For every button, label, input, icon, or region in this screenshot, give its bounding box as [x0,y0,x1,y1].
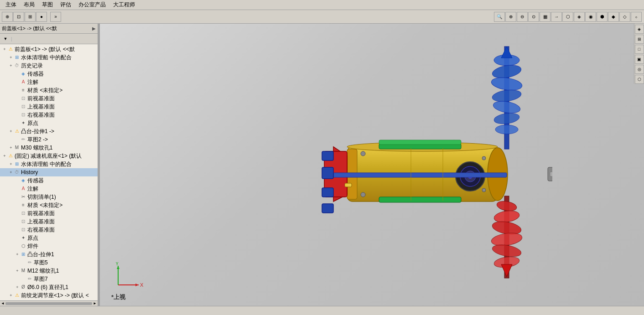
toolbar-left-btn-1[interactable]: ⊡ [13,12,24,22]
right-toolbar-btn-2[interactable]: □ [635,45,644,54]
tree-item[interactable]: ◈传感器 [0,70,98,78]
menu-item-草图[interactable]: 草图 [38,0,57,10]
tree-item[interactable]: +ØØ6.0 (6) 直径孔1 [0,283,98,291]
svg-marker-45 [135,284,139,286]
menu-item-办公室产品[interactable]: 办公室产品 [75,0,109,10]
toolbar-left-btn-2[interactable]: ⊞ [25,12,36,22]
tree-item[interactable]: +⊞水体清理船 中的配合 [0,53,98,62]
panel-collapse-arrow[interactable]: ▶ [92,26,96,31]
tree-item[interactable]: +⚠(固定) 减速机底座<1> (默认 [0,152,98,160]
toolbar-right-btn-1[interactable]: ⊕ [505,12,516,22]
tree-expand-12[interactable]: + [8,145,14,150]
svg-point-20 [493,112,520,125]
tree-item[interactable]: ≡材质 <未指定> [0,86,98,94]
tree-icon-21: ⊡ [20,218,26,225]
menu-item-大工程师[interactable]: 大工程师 [109,0,139,10]
tree-item[interactable]: +⏱历史记录 [0,62,98,70]
tree-item[interactable]: ✂切割清单(1) [0,193,98,201]
toolbar-right-btn-9[interactable]: ⬢ [597,12,608,22]
menu-item-评估[interactable]: 评估 [57,0,75,10]
menu-item-布局[interactable]: 布局 [20,0,38,10]
tree-item[interactable]: ◈传感器 [0,176,98,185]
toolbar-right-btn-8[interactable]: ◉ [585,12,596,22]
filter-button[interactable]: ▼ [1,35,10,43]
tree-expand-15[interactable]: + [8,170,14,175]
toolbar-right-btn-3[interactable]: ⊙ [528,12,539,22]
tree-container[interactable]: +⚠前盖板<1> -> (默认 <<默+⊞水体清理船 中的配合+⏱历史记录 ◈传… [0,44,98,300]
toolbar-right-btn-11[interactable]: ◇ [619,12,630,22]
tree-icon-10: ⚠ [14,128,20,134]
tree-item[interactable]: ✦原点 [0,234,98,242]
toolbar-right-btn-7[interactable]: ◈ [574,12,585,22]
svg-point-18 [491,88,522,103]
toolbar-right-btn-10[interactable]: ◆ [608,12,619,22]
tree-item[interactable]: +⊞凸台-拉伸1 [0,250,98,258]
tree-expand-27[interactable]: + [15,268,20,274]
viewport[interactable]: X Y *上视 [100,24,644,306]
toolbar-right-btn-6[interactable]: ⬡ [562,12,573,22]
tree-icon-0: ⚠ [7,46,14,52]
tree-icon-29: Ø [20,284,26,290]
tree-item[interactable]: +⚠凸台-拉伸1 -> [0,127,98,135]
right-toolbar-btn-1[interactable]: ⊞ [635,35,644,44]
tree-item[interactable]: ⊡上视基准面 [0,103,98,111]
tree-expand-13[interactable]: + [2,153,7,159]
tree-item[interactable]: ✏草图7 [0,275,98,283]
svg-point-16 [491,63,522,80]
tree-item[interactable]: ≡材质 <未指定> [0,201,98,209]
tree-item[interactable]: +⏱History [0,168,98,176]
status-bar [0,306,644,315]
tree-item[interactable]: +⚠前绞龙调节座<1> -> (默认 < [0,291,98,300]
tree-expand-1[interactable]: + [8,55,14,60]
tree-label-9: 原点 [27,119,38,127]
tree-label-11: 草图2 -> [27,136,48,143]
panel-scrollbar[interactable]: ◄ ► [0,300,98,306]
right-toolbar-btn-3[interactable]: ▣ [635,55,644,64]
tree-expand-30[interactable]: + [8,293,14,298]
tree-item[interactable]: +MM12 螺纹孔1 [0,267,98,275]
tree-item[interactable]: +MM30 螺纹孔1 [0,144,98,152]
tree-expand-0[interactable]: + [2,46,7,52]
tree-item[interactable]: ✦原点 [0,119,98,127]
scroll-track[interactable] [5,302,92,305]
tree-label-29: Ø6.0 (6) 直径孔1 [27,284,68,291]
svg-point-39 [482,188,486,192]
tree-icon-4: A [20,79,26,85]
tree-label-25: 凸台-拉伸1 [27,251,54,258]
toolbar-right-btn-5[interactable]: → [551,12,562,22]
svg-point-37 [361,192,365,197]
tree-item[interactable]: +⚠前盖板<1> -> (默认 <<默 [0,45,98,53]
toolbar-right-btn-2[interactable]: ⊖ [517,12,528,22]
right-toolbar-btn-0[interactable]: ◈ [635,25,644,34]
menu-item-主体[interactable]: 主体 [2,0,20,10]
right-toolbar-btn-5[interactable]: ⬡ [635,75,644,84]
tree-item[interactable]: ⊡右视基准面 [0,111,98,119]
tree-expand-29[interactable]: + [15,284,20,290]
tree-item[interactable]: ⊡右视基准面 [0,226,98,234]
tree-expand-25[interactable]: + [15,252,20,257]
tree-item[interactable]: ⬡焊件 [0,242,98,250]
svg-rect-7 [379,140,461,145]
tree-expand-10[interactable]: + [8,129,14,134]
tree-item[interactable]: ⊡前视基准面 [0,209,98,217]
tree-item[interactable]: ✏草图2 -> [0,135,98,144]
scroll-left-btn[interactable]: ◄ [1,301,5,305]
toolbar-expand-btn[interactable]: » [50,12,61,22]
right-toolbar-btn-4[interactable]: ◎ [635,65,644,74]
tree-item[interactable]: A注解 [0,185,98,193]
tree-item[interactable]: ⊡前视基准面 [0,94,98,103]
tree-expand-14[interactable]: + [8,161,14,167]
toolbar-left-btn-3[interactable]: ● [36,12,47,22]
toolbar-right-btn-12[interactable]: ⬦ [631,12,642,22]
tree-item[interactable]: ⊡上视基准面 [0,217,98,226]
tree-item[interactable]: +⊞水体清理船 中的配合 [0,160,98,168]
svg-marker-22 [501,46,512,58]
tree-label-20: 前视基准面 [27,210,55,217]
tree-item[interactable]: ✏草图5 [0,258,98,267]
tree-expand-2[interactable]: + [8,63,14,68]
tree-item[interactable]: A注解 [0,78,98,86]
toolbar-right-btn-4[interactable]: ▦ [540,12,551,22]
scroll-right-btn[interactable]: ► [93,301,97,305]
toolbar-right-btn-0[interactable]: 🔍 [494,12,505,22]
toolbar-left-btn-0[interactable]: ⊕ [2,12,13,22]
